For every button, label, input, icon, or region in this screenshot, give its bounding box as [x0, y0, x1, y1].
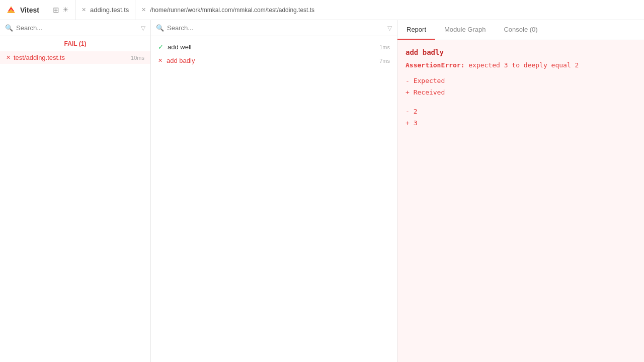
- test-file-name: test/adding.test.ts: [14, 54, 128, 61]
- test-case-list: ✓ add well 1ms ✕ add badly 7ms: [151, 36, 397, 362]
- left-search-bar: 🔍 ▽: [0, 20, 150, 36]
- test-case-time-1: 7ms: [379, 58, 390, 64]
- topbar: Vitest ⊞ ☀ ✕ adding.test.ts ✕ /home/runn…: [0, 0, 644, 20]
- active-tab[interactable]: ✕ adding.test.ts: [75, 0, 135, 20]
- path-text: /home/runner/work/mmkal.com/mmkal.com/te…: [150, 7, 314, 14]
- topbar-action-icons: ⊞ ☀: [53, 6, 69, 15]
- tab-filename: adding.test.ts: [90, 6, 129, 14]
- left-panel: 🔍 ▽ FAIL (1) ✕ test/adding.test.ts 10ms: [0, 20, 151, 362]
- theme-icon[interactable]: ☀: [62, 6, 69, 15]
- fail-header: FAIL (1): [0, 36, 150, 51]
- tab-console[interactable]: Console (0): [495, 20, 546, 40]
- left-search-input[interactable]: [16, 24, 138, 32]
- tab-report[interactable]: Report: [397, 20, 435, 40]
- middle-panel: 🔍 ▽ ✓ add well 1ms ✕ add badly 7ms: [151, 20, 397, 362]
- middle-search-input[interactable]: [167, 24, 384, 32]
- close-path-icon[interactable]: ✕: [141, 7, 146, 13]
- diff-line-1: + Received: [406, 86, 636, 98]
- vitest-logo: [6, 5, 16, 15]
- fail-icon: ✕: [6, 54, 11, 61]
- pass-icon: ✓: [158, 43, 164, 51]
- diff-line-4: + 3: [406, 117, 636, 129]
- left-filter-icon[interactable]: ▽: [141, 25, 145, 32]
- test-case-item-pass[interactable]: ✓ add well 1ms: [151, 40, 397, 54]
- app-brand: Vitest ⊞ ☀: [0, 0, 75, 20]
- file-path: ✕ /home/runner/work/mmkal.com/mmkal.com/…: [135, 0, 320, 20]
- left-search-icon: 🔍: [5, 24, 13, 32]
- middle-search-bar: 🔍 ▽: [151, 20, 397, 36]
- test-case-name-1: add badly: [167, 57, 375, 64]
- report-content: add badly AssertionError: expected 3 to …: [397, 40, 644, 362]
- middle-search-icon: 🔍: [156, 24, 164, 32]
- diff-line-2: [406, 99, 636, 106]
- grid-icon[interactable]: ⊞: [53, 6, 59, 15]
- assertion-message: expected 3 to deeply equal 2: [464, 61, 579, 69]
- assertion-keyword: AssertionError:: [406, 61, 464, 69]
- test-case-time-0: 1ms: [379, 44, 390, 50]
- diff-block: - Expected + Received - 2 + 3: [406, 75, 636, 129]
- test-file-time: 10ms: [131, 55, 144, 61]
- test-case-item-fail[interactable]: ✕ add badly 7ms: [151, 54, 397, 67]
- right-tab-bar: Report Module Graph Console (0): [397, 20, 644, 40]
- diff-line-3: - 2: [406, 106, 636, 117]
- tab-module-graph[interactable]: Module Graph: [435, 20, 495, 40]
- middle-filter-icon[interactable]: ▽: [387, 25, 392, 32]
- right-panel: Report Module Graph Console (0) add badl…: [397, 20, 644, 362]
- main-layout: 🔍 ▽ FAIL (1) ✕ test/adding.test.ts 10ms …: [0, 20, 644, 362]
- close-tab-icon[interactable]: ✕: [82, 7, 86, 13]
- error-title: add badly: [406, 48, 636, 56]
- error-assertion: AssertionError: expected 3 to deeply equ…: [406, 61, 636, 69]
- diff-line-0: - Expected: [406, 75, 636, 86]
- test-case-name-0: add well: [168, 43, 375, 51]
- test-file-list: FAIL (1) ✕ test/adding.test.ts 10ms: [0, 36, 150, 362]
- fail-icon-2: ✕: [158, 57, 163, 64]
- test-file-item[interactable]: ✕ test/adding.test.ts 10ms: [0, 51, 150, 64]
- app-title: Vitest: [20, 6, 39, 14]
